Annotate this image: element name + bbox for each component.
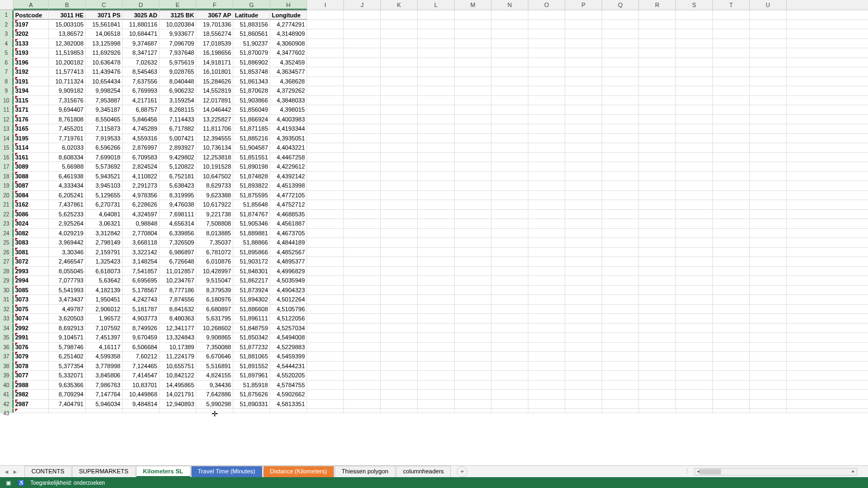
cell-D7[interactable]: 8,545463 bbox=[123, 67, 159, 76]
cell-B35[interactable]: 9,104571 bbox=[49, 333, 86, 342]
cell-F11[interactable]: 14,046442 bbox=[196, 105, 233, 114]
cell-D11[interactable]: 6,88757 bbox=[123, 105, 159, 114]
cell-U36[interactable] bbox=[750, 343, 787, 352]
row-header[interactable]: 14 bbox=[0, 134, 14, 143]
cell-S1[interactable] bbox=[676, 10, 713, 20]
cell-E14[interactable]: 5,007421 bbox=[159, 134, 196, 143]
cell-Q41[interactable] bbox=[602, 390, 639, 399]
cell-J14[interactable] bbox=[344, 134, 381, 143]
cell-C30[interactable]: 4,182139 bbox=[86, 286, 123, 295]
cell-A12[interactable]: 3176 bbox=[14, 115, 49, 124]
cell-G18[interactable]: 51,874828 bbox=[233, 172, 270, 181]
cell-S28[interactable] bbox=[676, 267, 713, 276]
cell-T32[interactable] bbox=[713, 305, 750, 314]
cell-U39[interactable] bbox=[750, 371, 787, 380]
cell-S39[interactable] bbox=[676, 371, 713, 380]
cell-K41[interactable] bbox=[381, 390, 418, 399]
cell-S25[interactable] bbox=[676, 238, 713, 247]
cell-R35[interactable] bbox=[639, 333, 676, 342]
cell-B1[interactable]: 3011 HE bbox=[49, 10, 86, 20]
cell-D26[interactable]: 3,322142 bbox=[123, 248, 159, 257]
cell-H6[interactable]: 4,352459 bbox=[270, 58, 307, 67]
cell-R34[interactable] bbox=[639, 324, 676, 333]
cell-F37[interactable]: 6,670646 bbox=[196, 352, 233, 361]
cell-O23[interactable] bbox=[528, 219, 565, 228]
cell-A24[interactable]: 3082 bbox=[14, 229, 49, 238]
cell-C20[interactable]: 5,129655 bbox=[86, 191, 123, 200]
cell-H4[interactable]: 4,3060908 bbox=[270, 39, 307, 48]
column-header-K[interactable]: K bbox=[381, 0, 418, 10]
cell-E26[interactable]: 6,986897 bbox=[159, 248, 196, 257]
cell-P35[interactable] bbox=[565, 333, 602, 342]
cell-R39[interactable] bbox=[639, 371, 676, 380]
cell-A22[interactable]: 3086 bbox=[14, 210, 49, 219]
cell-U37[interactable] bbox=[750, 352, 787, 361]
cell-N36[interactable] bbox=[492, 343, 528, 352]
cell-F36[interactable]: 7,350088 bbox=[196, 343, 233, 352]
cell-M13[interactable] bbox=[455, 124, 492, 133]
cell-O30[interactable] bbox=[528, 286, 565, 295]
cell-J8[interactable] bbox=[344, 77, 381, 86]
cell-L42[interactable] bbox=[418, 400, 455, 409]
cell-M7[interactable] bbox=[455, 67, 492, 76]
cell-Q10[interactable] bbox=[602, 96, 639, 105]
cell-J39[interactable] bbox=[344, 371, 381, 380]
cell-S33[interactable] bbox=[676, 314, 713, 323]
cell-H27[interactable]: 4,4895377 bbox=[270, 257, 307, 266]
cell-N9[interactable] bbox=[492, 86, 528, 95]
cell-F7[interactable]: 16,101801 bbox=[196, 67, 233, 76]
cell-C6[interactable]: 10,636478 bbox=[86, 58, 123, 67]
cell-R40[interactable] bbox=[639, 381, 676, 390]
cell-T18[interactable] bbox=[713, 172, 750, 181]
cell-D1[interactable]: 3025 AD bbox=[123, 10, 159, 20]
cell-M9[interactable] bbox=[455, 86, 492, 95]
cell-R29[interactable] bbox=[639, 276, 676, 285]
cell-T22[interactable] bbox=[713, 210, 750, 219]
cell-D28[interactable]: 7,541857 bbox=[123, 267, 159, 276]
cell-G30[interactable]: 51,873924 bbox=[233, 286, 270, 295]
column-header-F[interactable]: F bbox=[196, 0, 233, 10]
row-header[interactable]: 20 bbox=[0, 191, 14, 200]
cell-Q40[interactable] bbox=[602, 381, 639, 390]
cell-T19[interactable] bbox=[713, 181, 750, 190]
column-header-Q[interactable]: Q bbox=[602, 0, 639, 10]
cell-I13[interactable] bbox=[307, 124, 344, 133]
cell-J30[interactable] bbox=[344, 286, 381, 295]
cell-D20[interactable]: 4,978356 bbox=[123, 191, 159, 200]
cell-G43[interactable] bbox=[233, 409, 270, 413]
cell-U33[interactable] bbox=[750, 314, 787, 323]
cell-P16[interactable] bbox=[565, 153, 602, 162]
cell-E24[interactable]: 6,339856 bbox=[159, 229, 196, 238]
cell-C19[interactable]: 3,945103 bbox=[86, 181, 123, 190]
cell-L13[interactable] bbox=[418, 124, 455, 133]
cell-U32[interactable] bbox=[750, 305, 787, 314]
cell-D25[interactable]: 3,668118 bbox=[123, 238, 159, 247]
cell-T20[interactable] bbox=[713, 191, 750, 200]
cell-K31[interactable] bbox=[381, 295, 418, 304]
row-header[interactable]: 41 bbox=[0, 390, 14, 399]
cell-K13[interactable] bbox=[381, 124, 418, 133]
cell-L18[interactable] bbox=[418, 172, 455, 181]
cell-R5[interactable] bbox=[639, 48, 676, 57]
cell-L30[interactable] bbox=[418, 286, 455, 295]
cell-G28[interactable]: 51,848301 bbox=[233, 267, 270, 276]
sheet-tab-kilometers-sl[interactable]: Kilometers SL bbox=[136, 466, 190, 477]
cell-R7[interactable] bbox=[639, 67, 676, 76]
cell-L10[interactable] bbox=[418, 96, 455, 105]
cell-A2[interactable]: 3197 bbox=[14, 20, 49, 29]
cell-L12[interactable] bbox=[418, 115, 455, 124]
cell-C29[interactable]: 5,63642 bbox=[86, 276, 123, 285]
cell-T14[interactable] bbox=[713, 134, 750, 143]
cell-U34[interactable] bbox=[750, 324, 787, 333]
cell-M10[interactable] bbox=[455, 96, 492, 105]
cell-E33[interactable]: 8,480363 bbox=[159, 314, 196, 323]
column-header-N[interactable]: N bbox=[492, 0, 528, 10]
cell-A36[interactable]: 3076 bbox=[14, 343, 49, 352]
cell-I15[interactable] bbox=[307, 143, 344, 152]
cell-A32[interactable]: 3075 bbox=[14, 305, 49, 314]
cell-U25[interactable] bbox=[750, 238, 787, 247]
cell-O17[interactable] bbox=[528, 162, 565, 171]
cell-G34[interactable]: 51,848759 bbox=[233, 324, 270, 333]
cell-O35[interactable] bbox=[528, 333, 565, 342]
cell-N14[interactable] bbox=[492, 134, 528, 143]
